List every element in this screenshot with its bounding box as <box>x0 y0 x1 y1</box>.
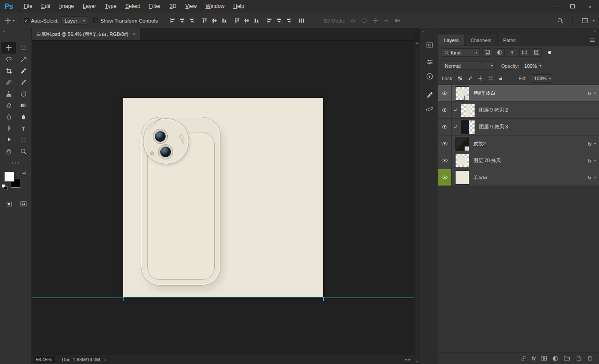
healing-brush-tool[interactable] <box>1 77 16 88</box>
menu-item-filter[interactable]: Filter <box>144 0 165 13</box>
visibility-toggle[interactable] <box>438 152 452 169</box>
gradient-tool[interactable] <box>16 100 31 111</box>
guide-vertical-right[interactable] <box>323 297 324 301</box>
add-layer-style-icon[interactable]: fx <box>532 356 536 362</box>
blur-tool[interactable] <box>1 111 16 123</box>
document-tab[interactable]: 白底图.psd @ 56.4% (替#羊皮白, RGB/8#) × <box>32 28 140 40</box>
menu-item-help[interactable]: Help <box>229 0 249 13</box>
menu-item-layer[interactable]: Layer <box>78 0 100 13</box>
distribute-bottom-icon[interactable] <box>254 18 259 23</box>
menu-item-window[interactable]: Window <box>201 0 229 13</box>
add-layer-mask-icon[interactable] <box>541 355 547 362</box>
foreground-color-swatch[interactable] <box>4 172 14 182</box>
menu-item-select[interactable]: Select <box>121 0 144 13</box>
info-panel-icon[interactable] <box>421 70 437 82</box>
move-tool[interactable] <box>1 42 16 54</box>
layer-effects-badge[interactable]: fx <box>587 141 591 147</box>
distribute-top-icon[interactable] <box>234 18 240 23</box>
smudge-tool[interactable] <box>16 111 31 123</box>
blend-mode-dropdown[interactable]: Normal ▾ <box>442 62 495 70</box>
dock-expand-icon[interactable]: « <box>420 28 438 34</box>
fill-field[interactable]: 100% ▾ <box>531 74 552 83</box>
zoom-level-field[interactable]: 56.45% <box>34 356 55 363</box>
zoom-tool[interactable] <box>16 146 31 157</box>
lock-artboard-icon[interactable] <box>487 75 494 82</box>
quick-selection-tool[interactable] <box>16 54 31 65</box>
layer-row[interactable]: 替#羊皮白 fx▾ <box>438 85 599 102</box>
layer-name[interactable]: 图层 78 拷贝 <box>473 157 501 164</box>
chevron-down-icon[interactable]: ▾ <box>594 142 596 146</box>
type-tool[interactable]: T <box>16 123 31 134</box>
lasso-tool[interactable] <box>1 54 16 65</box>
auto-select-label[interactable]: Auto-Select: <box>31 18 59 23</box>
screen-mode-button[interactable] <box>16 198 31 210</box>
layer-name[interactable]: 图层 9 拷贝 3 <box>479 124 508 130</box>
layer-row[interactable]: 图层 78 拷贝 fx▾ <box>438 152 599 169</box>
eyedropper-tool[interactable] <box>16 65 31 77</box>
properties-panel-icon[interactable] <box>421 56 437 68</box>
measurement-panel-icon[interactable] <box>421 103 437 115</box>
lock-transparent-pixels-icon[interactable] <box>456 75 464 82</box>
distribute-right-icon[interactable] <box>286 18 292 23</box>
canvas-horizontal-scrollbar[interactable]: ◀▶ <box>405 358 412 361</box>
guide-horizontal[interactable] <box>32 298 414 298</box>
visibility-toggle[interactable] <box>438 85 452 101</box>
filter-smart-objects-icon[interactable] <box>532 48 542 57</box>
menu-item-file[interactable]: File <box>19 0 37 13</box>
swap-colors-icon[interactable]: ⇄ <box>22 170 26 175</box>
filter-adjustment-layers-icon[interactable] <box>495 48 505 57</box>
minimize-button[interactable]: ─ <box>546 0 564 13</box>
delete-layer-icon[interactable] <box>587 355 593 362</box>
scroll-right-icon[interactable]: ▶ <box>409 358 412 361</box>
layer-effects-badge[interactable]: fx <box>587 91 591 96</box>
chevron-down-icon[interactable]: ▾ <box>594 175 596 179</box>
maximize-button[interactable] <box>564 0 581 13</box>
path-selection-tool[interactable] <box>1 134 16 146</box>
document-canvas[interactable]: CUTE CHUBBY CUTE CHUBBY <box>123 98 323 297</box>
tab-channels[interactable]: Channels <box>465 35 497 46</box>
new-group-icon[interactable] <box>564 355 570 362</box>
clone-stamp-tool[interactable] <box>1 88 16 100</box>
visibility-toggle[interactable] <box>438 136 452 152</box>
layer-name[interactable]: 替#羊皮白 <box>473 90 495 97</box>
close-button[interactable]: × <box>581 0 599 13</box>
layer-row[interactable]: 羊皮白 fx▾ <box>438 169 599 186</box>
menu-item-image[interactable]: Image <box>55 0 78 13</box>
history-brush-tool[interactable] <box>16 88 31 100</box>
distribute-left-icon[interactable] <box>267 18 272 23</box>
quick-mask-button[interactable] <box>1 198 16 210</box>
edit-toolbar-button[interactable]: • • • <box>0 161 31 165</box>
layer-thumbnail[interactable] <box>461 120 475 134</box>
tab-layers[interactable]: Layers <box>438 35 465 46</box>
menu-item-view[interactable]: View <box>181 0 201 13</box>
filter-type-layers-icon[interactable]: T <box>507 48 517 57</box>
lock-position-icon[interactable] <box>476 75 484 82</box>
hand-tool[interactable] <box>1 146 16 157</box>
canvas-pasteboard[interactable]: CUTE CHUBBY CUTE CHUBBY <box>32 41 414 355</box>
distribute-middle-icon[interactable] <box>244 18 250 23</box>
panel-menu-icon[interactable] <box>589 35 599 46</box>
default-colors-icon[interactable] <box>2 184 8 190</box>
scroll-down-icon[interactable]: ▼ <box>416 360 418 363</box>
scroll-left-icon[interactable]: ◀ <box>405 358 408 361</box>
tab-close-icon[interactable]: × <box>133 31 135 37</box>
lock-image-pixels-icon[interactable] <box>466 75 474 82</box>
filter-pixel-layers-icon[interactable] <box>482 48 492 57</box>
lock-all-icon[interactable] <box>497 75 504 82</box>
visibility-toggle[interactable] <box>438 169 452 186</box>
ellipse-tool[interactable] <box>16 134 31 146</box>
chevron-down-icon[interactable]: ▾ <box>594 159 596 163</box>
toolbar-collapse-icon[interactable]: » <box>0 28 31 35</box>
guide-vertical-left[interactable] <box>123 297 124 301</box>
opacity-field[interactable]: 100% ▾ <box>521 62 542 70</box>
distribute-center-icon[interactable] <box>276 18 282 23</box>
auto-select-dropdown[interactable]: Layer ▾ <box>62 16 87 25</box>
layer-effects-badge[interactable]: fx <box>587 158 591 163</box>
crop-tool[interactable] <box>1 65 16 77</box>
layer-name[interactable]: 羊皮白 <box>473 174 488 181</box>
layer-thumbnail[interactable] <box>455 137 469 151</box>
active-tool-preset[interactable]: ▾ <box>4 17 15 24</box>
layer-effects-badge[interactable]: fx <box>587 175 591 180</box>
pen-tool[interactable] <box>1 123 16 134</box>
new-layer-icon[interactable] <box>575 355 582 362</box>
